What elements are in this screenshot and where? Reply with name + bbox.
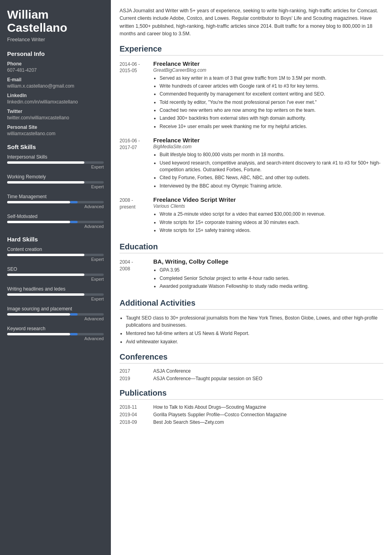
hard-skills-heading: Hard Skills (7, 236, 104, 243)
skill-keyword-research: Keyword research Advanced (7, 326, 104, 341)
skill-bar-bg (7, 181, 104, 184)
bullet: Wrote scripts for 15+ safety training vi… (160, 227, 383, 234)
skill-interpersonal: Interpersonal Skills Expert (7, 154, 104, 169)
activity-item: Avid whitewater kayaker. (126, 338, 383, 345)
bullet: Awarded postgraduate Watson Fellowship t… (160, 283, 383, 290)
skill-bar-fill (7, 221, 70, 223)
bullet: Wrote scripts for 15+ corporate training… (160, 219, 383, 226)
education-section: Education 2004 -2008 BA, Writing, Colby … (120, 242, 383, 291)
skill-bar-fill (7, 201, 70, 203)
conference-row-1: 2017 ASJA Conference (120, 368, 383, 374)
education-content-1: BA, Writing, Colby College GPA 3.95 Comp… (153, 258, 383, 291)
conferences-heading: Conferences (120, 352, 383, 364)
skill-bar-fill (7, 313, 70, 316)
skill-bar-bg (7, 254, 104, 256)
bullet: Cited by Fortune, Forbes, BBC News, ABC,… (160, 174, 383, 181)
soft-skills-heading: Soft Skills (7, 144, 104, 150)
experience-entry-2: 2016-06 -2017-07 Freelance Writer BigMed… (120, 137, 383, 191)
skill-bar-bg (7, 221, 104, 223)
experience-bullets-2: Built lifestyle blog to 800,000 visits p… (153, 151, 383, 189)
bullet: Coached two new writers who are now amon… (160, 107, 383, 114)
contact-website: Personal Site williamxcastellano.com (7, 124, 104, 136)
sidebar: William Castellano Freelance Writer Pers… (0, 0, 111, 555)
skill-bar-fill (7, 333, 70, 335)
candidate-title: Freelance Writer (7, 36, 104, 42)
skill-bar-accent (70, 221, 78, 223)
contact-email: E-mail william.x.castellano@gmail.com (7, 77, 104, 89)
candidate-name: William Castellano (7, 8, 104, 34)
skill-self-motivated: Self-Motivated Advanced (7, 214, 104, 229)
skill-seo: SEO Expert (7, 266, 104, 281)
bullet: Wrote a 25-minute video script for a vid… (160, 211, 383, 218)
conference-row-2: 2019 ASJA Conference—Taught popular sess… (120, 376, 383, 381)
experience-heading: Experience (120, 44, 383, 56)
contact-linkedin: LinkedIn linkedin.com/in/williamxcastell… (7, 93, 104, 105)
personal-info-heading: Personal Info (7, 50, 104, 57)
bullet: Used keyword research, competitive analy… (160, 160, 383, 174)
education-bullets-1: GPA 3.95 Completed Senior Scholar projec… (153, 267, 383, 290)
skill-bar-fill (7, 274, 84, 276)
education-date-1: 2004 -2008 (120, 258, 153, 291)
publications-heading: Publications (120, 388, 383, 400)
experience-bullets-1: Served as key writer in a team of 3 that… (153, 75, 383, 130)
skill-content-creation: Content creation Expert (7, 247, 104, 262)
activity-item: Taught SEO class to 30+ professional jou… (126, 314, 383, 329)
skill-bar-bg (7, 161, 104, 164)
skill-bar-fill (7, 161, 84, 164)
skill-headlines: Writing headlines and ledes Expert (7, 286, 104, 301)
skill-bar-fill (7, 181, 84, 184)
publication-row-1: 2018-11 How to Talk to Kids About Drugs—… (120, 404, 383, 410)
publications-section: Publications 2018-11 How to Talk to Kids… (120, 388, 383, 425)
publication-row-2: 2019-04 Gorilla Playsets Supplier Profil… (120, 412, 383, 417)
contact-phone: Phone 607-481-4207 (7, 61, 104, 73)
skill-bar-accent (70, 333, 78, 335)
skill-bar-bg (7, 333, 104, 335)
bullet: Told recently by editor, "You're the mos… (160, 99, 383, 106)
experience-entry-1: 2014-06 -2015-05 Freelance Writer GreatB… (120, 60, 383, 132)
experience-content-3: Freelance Video Script Writer Various Cl… (153, 196, 383, 235)
bullet: Built lifestyle blog to 800,000 visits p… (160, 151, 383, 158)
conferences-section: Conferences 2017 ASJA Conference 2019 AS… (120, 352, 383, 381)
bullet: Commended frequently by management for e… (160, 91, 383, 98)
bullet: Served as key writer in a team of 3 that… (160, 75, 383, 82)
skill-bar-fill (7, 293, 84, 296)
skill-bar-bg (7, 313, 104, 316)
experience-section: Experience 2014-06 -2015-05 Freelance Wr… (120, 44, 383, 235)
skill-image-sourcing: Image sourcing and placement Advanced (7, 306, 104, 321)
experience-entry-3: 2008 -present Freelance Video Script Wri… (120, 196, 383, 235)
experience-bullets-3: Wrote a 25-minute video script for a vid… (153, 211, 383, 234)
bullet: Receive 10+ user emails per week thankin… (160, 123, 383, 130)
bullet: Write hundreds of career articles with G… (160, 83, 383, 90)
education-heading: Education (120, 242, 383, 253)
activities-bullets: Taught SEO class to 30+ professional jou… (120, 314, 383, 345)
bullet: Interviewed by the BBC about my Olympic … (160, 183, 383, 189)
skill-bar-fill (7, 254, 84, 256)
bullet: GPA 3.95 (160, 267, 383, 274)
skill-bar-accent (70, 201, 78, 203)
summary-text: ASJA Journalist and Writer with 5+ years… (120, 7, 383, 38)
experience-date-2: 2016-06 -2017-07 (120, 137, 153, 191)
bullet: Completed Senior Scholar project to writ… (160, 275, 383, 282)
skill-bar-accent (70, 313, 78, 316)
bullet: Landed 300+ backlinks from external site… (160, 115, 383, 122)
education-entry-1: 2004 -2008 BA, Writing, Colby College GP… (120, 258, 383, 291)
experience-content-2: Freelance Writer BigMediaSite.com Built … (153, 137, 383, 191)
experience-date-1: 2014-06 -2015-05 (120, 60, 153, 132)
skill-bar-bg (7, 201, 104, 203)
skill-bar-bg (7, 293, 104, 296)
contact-twitter: Twitter twitter.com/williamxcastellano (7, 109, 104, 121)
skill-working-remotely: Working Remotely Expert (7, 174, 104, 189)
experience-content-1: Freelance Writer GreatBigCareerBlog.com … (153, 60, 383, 132)
activity-item: Mentored two full-time writers at US New… (126, 330, 383, 337)
skill-time-management: Time Management Advanced (7, 194, 104, 209)
main-content: ASJA Journalist and Writer with 5+ years… (111, 0, 392, 555)
activities-section: Additional Activities Taught SEO class t… (120, 299, 383, 345)
skill-bar-bg (7, 274, 104, 276)
experience-date-3: 2008 -present (120, 196, 153, 235)
publication-row-3: 2018-09 Best Job Search Sites—Zety.com (120, 419, 383, 425)
activities-heading: Additional Activities (120, 299, 383, 310)
